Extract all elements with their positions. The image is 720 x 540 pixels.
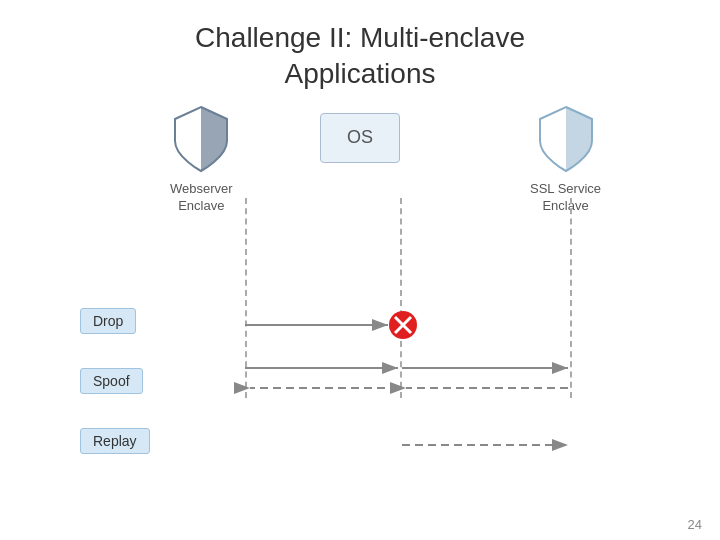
webserver-label: Webserver Enclave [170,181,233,215]
replay-label: Replay [80,428,150,454]
vline-left [245,198,247,398]
ssl-enclave: SSL Service Enclave [530,103,601,215]
spoof-label: Spoof [80,368,143,394]
page: Challenge II: Multi-enclave Applications… [0,0,720,540]
drop-label: Drop [80,308,136,334]
vline-right [570,198,572,398]
diagram: Webserver Enclave OS SSL Service Enclave… [40,103,680,463]
ssl-label: SSL Service Enclave [530,181,601,215]
page-title: Challenge II: Multi-enclave Applications [40,20,680,93]
block-x-icon [389,311,417,339]
vline-center [400,198,402,398]
ssl-shield-icon [536,103,596,175]
webserver-enclave: Webserver Enclave [170,103,233,215]
os-label: OS [347,127,373,148]
svg-line-5 [395,317,411,333]
page-number: 24 [688,517,702,532]
webserver-shield-icon [171,103,231,175]
svg-line-6 [395,317,411,333]
os-box: OS [320,113,400,163]
